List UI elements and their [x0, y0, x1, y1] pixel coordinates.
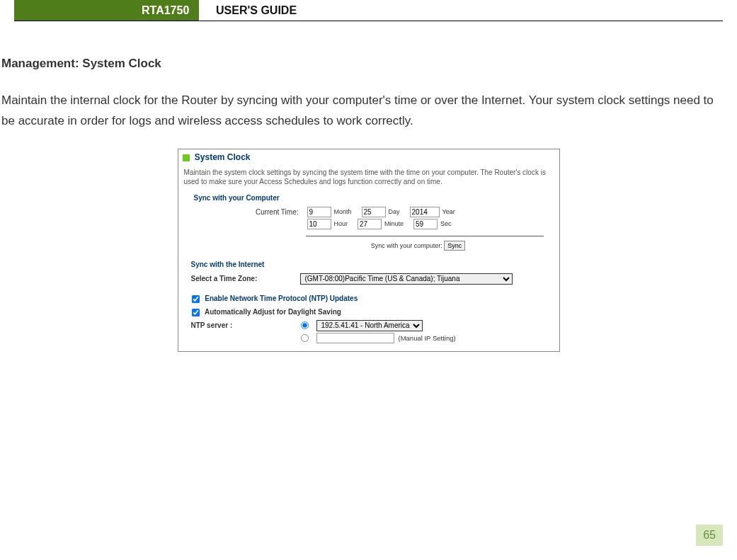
date-fields: Month Day Year [307, 207, 559, 217]
year-input[interactable] [410, 207, 440, 217]
month-input[interactable] [307, 207, 331, 217]
ntp-server-row: NTP server : 192.5.41.41 - North America [178, 319, 559, 332]
page-number: 65 [696, 525, 723, 546]
timezone-select[interactable]: (GMT-08:00)Pacific Time (US & Canada); T… [300, 273, 513, 285]
sec-label: Sec [440, 220, 452, 227]
doc-title: USER'S GUIDE [14, 0, 297, 21]
panel-title-text: System Clock [195, 152, 251, 162]
minute-label: Minute [384, 220, 404, 227]
ntp-preset-radio[interactable] [300, 321, 308, 329]
manual-label: (Manual IP Setting) [399, 334, 456, 342]
square-icon [183, 154, 190, 161]
section-heading: Management: System Clock [1, 57, 737, 71]
ntp-enable-checkbox[interactable] [191, 295, 199, 303]
ntp-enable-label: Enable Network Time Protocol (NTP) Updat… [205, 295, 358, 302]
ntp-manual-group: (Manual IP Setting) [300, 333, 456, 343]
ntp-preset-select[interactable]: 192.5.41.41 - North America [316, 320, 423, 331]
ntp-server-label: NTP server : [191, 321, 300, 329]
day-input[interactable] [362, 207, 386, 217]
system-clock-panel: System Clock Maintain the system clock s… [178, 149, 560, 352]
sync-button[interactable]: Sync [444, 241, 465, 251]
content: Management: System Clock Maintain the in… [0, 21, 737, 352]
ntp-manual-row: (Manual IP Setting) [178, 332, 559, 344]
sync-computer-heading: Sync with your Computer [178, 193, 559, 206]
ntp-preset-group: 192.5.41.41 - North America [300, 320, 423, 331]
ntp-manual-input[interactable] [316, 333, 394, 343]
dst-row: Automatically Adjust for Daylight Saving [178, 306, 559, 319]
year-label: Year [442, 208, 455, 215]
day-label: Day [389, 208, 400, 215]
time-fields: Hour Minute Sec [307, 219, 559, 229]
section-paragraph: Maintain the internal clock for the Rout… [1, 91, 729, 132]
ntp-manual-radio[interactable] [300, 334, 308, 342]
header-rule [14, 21, 723, 21]
sync-row: Sync with your computer: Sync [178, 239, 559, 259]
sec-input[interactable] [413, 219, 438, 229]
separator [306, 236, 544, 236]
minute-input[interactable] [358, 219, 382, 229]
current-time-label: Current Time: [194, 208, 307, 216]
panel-description: Maintain the system clock settings by sy… [178, 164, 559, 193]
dst-label: Automatically Adjust for Daylight Saving [205, 308, 341, 316]
sync-label: Sync with your computer: [371, 242, 442, 249]
timezone-row: Select a Time Zone: (GMT-08:00)Pacific T… [178, 273, 559, 285]
hour-label: Hour [334, 220, 348, 227]
panel-title: System Clock [178, 149, 559, 164]
sync-internet-heading: Sync with the Internet [178, 259, 559, 273]
month-label: Month [334, 208, 352, 215]
current-time-row: Current Time: Month Day Year [178, 206, 559, 218]
time-fields-row: Hour Minute Sec [178, 218, 559, 230]
dst-checkbox[interactable] [191, 309, 199, 316]
tz-label: Select a Time Zone: [191, 275, 300, 282]
hour-input[interactable] [307, 219, 331, 229]
ntp-enable-row: Enable Network Time Protocol (NTP) Updat… [178, 292, 559, 306]
page-header: RTA1750 USER'S GUIDE [14, 0, 723, 21]
